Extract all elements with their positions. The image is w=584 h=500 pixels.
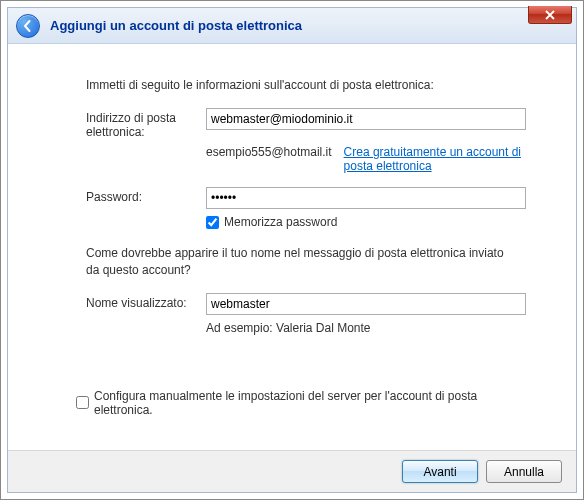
- display-name-row: Nome visualizzato:: [86, 293, 516, 315]
- arrow-left-icon: [21, 19, 35, 33]
- dialog-inner: Aggiungi un account di posta elettronica…: [7, 7, 577, 493]
- email-example: esempio555@hotmail.it: [206, 145, 332, 159]
- email-example-row: esempio555@hotmail.it Crea gratuitamente…: [206, 145, 526, 173]
- manual-config-label: Configura manualmente le impostazioni de…: [94, 389, 516, 417]
- create-account-link[interactable]: Crea gratuitamente un account di posta e…: [344, 145, 526, 173]
- close-button[interactable]: [528, 6, 572, 24]
- cancel-button[interactable]: Annulla: [486, 460, 562, 483]
- email-row: Indirizzo di posta elettronica:: [86, 108, 516, 139]
- remember-password-row: Memorizza password: [206, 215, 516, 229]
- remember-password-checkbox[interactable]: [206, 216, 219, 229]
- back-button[interactable]: [16, 14, 40, 38]
- password-label: Password:: [86, 187, 206, 204]
- dialog-title: Aggiungi un account di posta elettronica: [50, 18, 302, 33]
- password-input[interactable]: [206, 187, 526, 209]
- dialog-window: Aggiungi un account di posta elettronica…: [0, 0, 584, 500]
- manual-config-row: Configura manualmente le impostazioni de…: [76, 389, 516, 417]
- display-name-input[interactable]: [206, 293, 526, 315]
- email-label: Indirizzo di posta elettronica:: [86, 108, 206, 139]
- manual-config-checkbox[interactable]: [76, 396, 89, 409]
- dialog-header: Aggiungi un account di posta elettronica: [8, 8, 576, 44]
- display-name-question: Come dovrebbe apparire il tuo nome nel m…: [86, 245, 516, 279]
- close-icon: [545, 10, 555, 20]
- password-row: Password:: [86, 187, 516, 209]
- dialog-content: Immetti di seguito le informazioni sull'…: [8, 44, 576, 417]
- display-name-example: Ad esempio: Valeria Dal Monte: [206, 321, 516, 335]
- dialog-footer: Avanti Annulla: [8, 450, 576, 492]
- email-input[interactable]: [206, 108, 526, 130]
- next-button[interactable]: Avanti: [402, 460, 478, 483]
- remember-password-label: Memorizza password: [224, 215, 337, 229]
- intro-text: Immetti di seguito le informazioni sull'…: [86, 78, 516, 92]
- display-name-label: Nome visualizzato:: [86, 293, 206, 310]
